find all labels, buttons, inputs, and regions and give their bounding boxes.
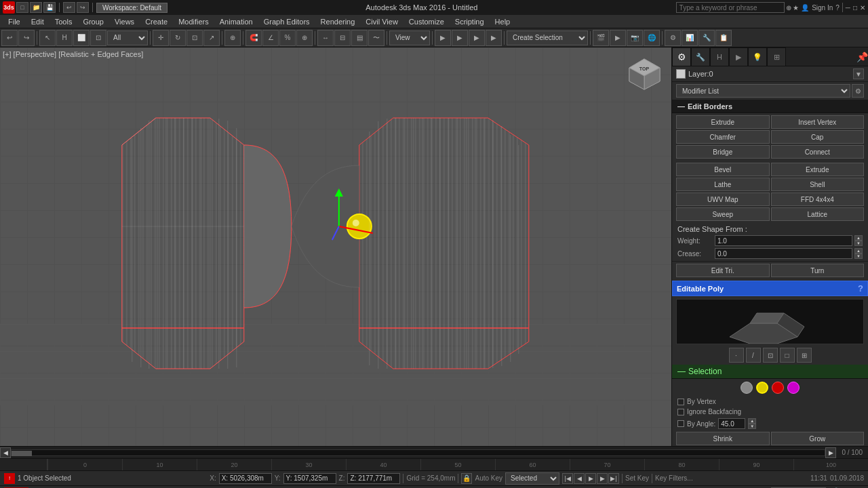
extrude2-btn[interactable]: Extrude <box>771 163 865 176</box>
z-coord-input[interactable] <box>347 473 400 484</box>
menu-edit[interactable]: Edit <box>26 16 50 27</box>
sel-dot-vertex[interactable] <box>741 382 753 394</box>
vertex-icon[interactable]: · <box>729 348 744 363</box>
render4-icon[interactable]: 🌐 <box>644 30 660 46</box>
menu-graph-editors[interactable]: Graph Editors <box>258 16 315 27</box>
minimize-btn[interactable]: ─ <box>846 4 850 12</box>
spinner-snap-icon[interactable]: ⊕ <box>296 30 313 46</box>
open-icon[interactable]: 📁 <box>30 2 42 13</box>
undo-toolbar-icon[interactable]: ↩ <box>1 30 18 46</box>
scroll-right-btn[interactable]: ▶ <box>825 447 836 458</box>
menu-create[interactable]: Create <box>140 16 173 27</box>
menu-customize[interactable]: Customize <box>403 16 450 27</box>
play-btn[interactable]: ▶ <box>585 473 596 484</box>
angle-down[interactable]: ▼ <box>748 424 756 429</box>
mirror-icon[interactable]: ↔ <box>317 30 334 46</box>
bridge-btn[interactable]: Bridge <box>676 145 770 159</box>
select-icon[interactable]: ↖ <box>39 30 56 46</box>
modifier-dropdown[interactable]: Modifier List <box>676 84 850 98</box>
signin-btn[interactable]: Sign In <box>812 4 833 12</box>
sweep-btn[interactable]: Sweep <box>676 207 770 221</box>
align-icon[interactable]: ⊟ <box>334 30 351 46</box>
window-crossing-icon[interactable]: ⊡ <box>90 30 106 46</box>
chamfer-btn[interactable]: Chamfer <box>676 130 770 144</box>
menu-help[interactable]: Help <box>490 16 516 27</box>
cam4-icon[interactable]: ▶ <box>486 30 502 46</box>
camera-move-icon[interactable]: ▶ <box>435 30 451 46</box>
sel-dot-edge[interactable] <box>756 382 768 394</box>
insert-vertex-btn[interactable]: Insert Vertex <box>771 115 865 129</box>
menu-views[interactable]: Views <box>109 16 140 27</box>
by-angle-input[interactable] <box>718 418 745 429</box>
menu-modifiers[interactable]: Modifiers <box>173 16 214 27</box>
weight-spinner[interactable]: ▲ ▼ <box>854 235 863 246</box>
cap-btn[interactable]: Cap <box>771 130 865 144</box>
selection-section-header[interactable]: — Selection <box>672 365 868 379</box>
weight-up[interactable]: ▲ <box>854 235 863 241</box>
tab-display[interactable]: 💡 <box>748 47 767 66</box>
move-icon[interactable]: ✛ <box>153 30 169 46</box>
poly-help-btn[interactable]: ? <box>858 283 863 293</box>
new-icon[interactable]: □ <box>16 2 28 13</box>
menu-tools[interactable]: Tools <box>50 16 78 27</box>
key-mode-dropdown[interactable]: Selected <box>505 472 559 485</box>
scale-icon[interactable]: ⊡ <box>186 30 203 46</box>
filter-dropdown[interactable]: All <box>107 30 148 45</box>
shell-btn[interactable]: Shell <box>771 178 865 191</box>
next-frame-btn[interactable]: ▶ <box>597 473 608 484</box>
y-coord-input[interactable] <box>283 473 336 484</box>
selection-set-dropdown[interactable]: Create Selection <box>507 30 588 45</box>
by-vertex-checkbox[interactable] <box>677 399 684 405</box>
crease-down[interactable]: ▼ <box>854 253 863 259</box>
rotate-icon[interactable]: ↻ <box>170 30 186 46</box>
x-coord-input[interactable] <box>219 473 272 484</box>
reference-icon[interactable]: ↗ <box>203 30 220 46</box>
tb-extra3[interactable]: 🔧 <box>698 30 715 46</box>
lock-icon[interactable]: 🔒 <box>461 473 472 484</box>
angle-snap-icon[interactable]: ∠ <box>262 30 279 46</box>
key-filters-label[interactable]: Key Filters... <box>655 474 693 482</box>
angle-up[interactable]: ▲ <box>748 418 756 424</box>
workspace-label[interactable]: Workspace: Default <box>96 3 167 13</box>
poly-icon[interactable]: □ <box>780 348 795 363</box>
editable-poly-bar[interactable]: Editable Poly ? <box>672 281 868 296</box>
ignore-backfacing-checkbox[interactable] <box>677 409 684 415</box>
search-input[interactable] <box>676 2 785 13</box>
tb-extra4[interactable]: 📋 <box>715 30 732 46</box>
viewport[interactable]: [+] [Perspective] [Realistic + Edged Fac… <box>0 47 671 446</box>
edit-tri-btn[interactable]: Edit Tri. <box>676 264 770 277</box>
select-region-icon[interactable]: ⬜ <box>73 30 90 46</box>
sel-dot-border[interactable] <box>772 382 784 394</box>
grow-btn[interactable]: Grow <box>771 432 865 445</box>
lathe-btn[interactable]: Lathe <box>676 178 770 191</box>
cam2-icon[interactable]: ▶ <box>452 30 468 46</box>
uvw-map-btn[interactable]: UWV Map <box>676 192 770 206</box>
connect-btn[interactable]: Connect <box>771 145 865 159</box>
save-icon[interactable]: 💾 <box>43 2 56 13</box>
tab-modify[interactable]: 🔧 <box>691 47 710 66</box>
h-scrollbar-track[interactable] <box>11 449 825 456</box>
border-icon[interactable]: ⊡ <box>763 348 778 363</box>
scroll-left-btn[interactable]: ◀ <box>0 447 11 458</box>
go-start-btn[interactable]: |◀ <box>562 473 573 484</box>
prev-frame-btn[interactable]: ◀ <box>574 473 585 484</box>
menu-file[interactable]: File <box>3 16 26 27</box>
view-dropdown[interactable]: View <box>389 30 430 45</box>
close-btn[interactable]: ✕ <box>860 4 865 12</box>
select-name-icon[interactable]: H <box>56 30 73 46</box>
snap-icon[interactable]: 🧲 <box>245 30 262 46</box>
pivot-icon[interactable]: ⊕ <box>224 30 241 46</box>
layer-options-btn[interactable]: ▼ <box>853 68 864 79</box>
edge-icon[interactable]: / <box>746 348 761 363</box>
crease-up[interactable]: ▲ <box>854 248 863 253</box>
shrink-btn[interactable]: Shrink <box>676 432 770 445</box>
view-cube[interactable]: TOP <box>626 56 663 93</box>
modifier-settings-btn[interactable]: ⚙ <box>852 84 864 98</box>
lattice-btn[interactable]: Lattice <box>771 207 865 221</box>
curves-icon[interactable]: 〜 <box>368 30 384 46</box>
bevel-btn[interactable]: Bevel <box>676 163 770 176</box>
layer-icon[interactable]: ▤ <box>351 30 368 46</box>
tab-utilities[interactable]: ⊞ <box>767 47 786 66</box>
tab-motion[interactable]: ▶ <box>729 47 748 66</box>
menu-scripting[interactable]: Scripting <box>450 16 490 27</box>
